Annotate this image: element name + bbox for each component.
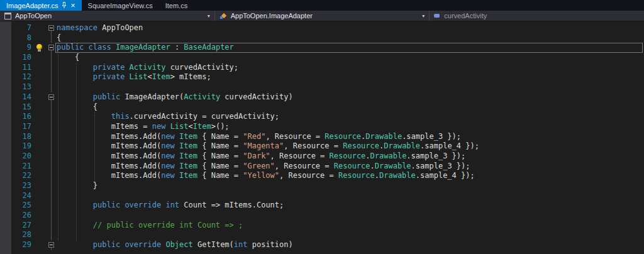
project-dropdown[interactable]: AppToOpen ▾ [0, 11, 215, 21]
code-text: mItems.Add(new Item { Name = "Green", Re… [57, 162, 644, 172]
code-line-14[interactable]: 14 public ImageAdapter(Activity curvedAc… [0, 92, 644, 102]
fold-line [51, 248, 52, 250]
code-line-22[interactable]: 22 mItems.Add(new Item { Name = "Yellow"… [0, 171, 644, 181]
code-line-13[interactable]: 13 [0, 82, 644, 92]
code-text: namespace AppToOpen [57, 23, 644, 33]
close-icon[interactable]: × [71, 2, 75, 9]
fold-line [51, 181, 52, 191]
glyph-cell [0, 43, 11, 53]
code-line-11[interactable]: 11 private Activity curvedActivity; [0, 63, 644, 73]
code-line-23[interactable]: 23 } [0, 181, 644, 191]
line-number: 20 [11, 152, 34, 162]
margin-gap [34, 72, 47, 82]
margin-gap [34, 230, 47, 240]
fold-margin [47, 221, 57, 231]
margin-gap [34, 240, 47, 250]
fold-margin [47, 152, 57, 162]
margin-gap [34, 23, 47, 33]
code-line-12[interactable]: 12 private List<Item> mItems; [0, 72, 644, 82]
lightbulb-icon[interactable] [36, 44, 42, 50]
fold-collapse-icon[interactable] [48, 45, 54, 50]
tab-squareimageview-cs[interactable]: SquareImageView.cs [82, 0, 159, 11]
margin-gap [34, 102, 47, 113]
code-text: { [57, 33, 644, 43]
glyph-cell [0, 23, 11, 33]
tab-label: SquareImageView.cs [88, 2, 153, 9]
glyph-cell [0, 230, 11, 240]
fold-margin [47, 132, 57, 142]
glyph-cell [0, 63, 11, 73]
fold-line [51, 132, 52, 142]
code-line-15[interactable]: 15 { [0, 102, 644, 113]
code-text: mItems = new List<Item>(); [57, 122, 644, 132]
fold-margin [47, 92, 57, 102]
code-line-10[interactable]: 10 { [0, 53, 644, 63]
member-dropdown[interactable]: curvedActivity [430, 11, 644, 21]
glyph-cell [0, 72, 11, 82]
line-number: 12 [11, 72, 34, 82]
pin-icon[interactable] [62, 2, 67, 9]
tab-bar: ImageAdapter.cs×SquareImageView.csItem.c… [0, 0, 644, 11]
fold-line [51, 53, 52, 63]
code-editor[interactable]: 7namespace AppToOpen8{9public class Imag… [0, 21, 644, 254]
navigation-bar: AppToOpen ▾ AppToOpen.ImageAdapter ▾ cur… [0, 11, 644, 21]
code-line-29[interactable]: 29 public override Object GetItem(int po… [0, 240, 644, 250]
fold-margin [47, 171, 57, 181]
margin-gap [34, 171, 47, 181]
chevron-down-icon[interactable]: ▾ [208, 13, 210, 19]
fold-line [51, 122, 52, 132]
glyph-cell [0, 181, 11, 191]
margin-gap [34, 181, 47, 191]
code-text: mItems.Add(new Item { Name = "Dark", Res… [57, 152, 644, 162]
code-line-28[interactable]: 28 [0, 230, 644, 240]
margin-gap [34, 162, 47, 172]
glyph-cell [0, 221, 11, 231]
tab-item-cs[interactable]: Item.cs [159, 0, 194, 11]
code-line-16[interactable]: 16 this.curvedActivity = curvedActivity; [0, 112, 644, 122]
tab-imageadapter-cs[interactable]: ImageAdapter.cs× [0, 0, 82, 11]
type-dropdown[interactable]: AppToOpen.ImageAdapter ▾ [215, 11, 430, 21]
code-line-27[interactable]: 27 // public override int Count => ; [0, 221, 644, 231]
code-text: mItems.Add(new Item { Name = "Red", Reso… [57, 132, 644, 142]
code-line-9[interactable]: 9public class ImageAdapter : BaseAdapter [0, 43, 644, 53]
fold-line [51, 221, 52, 231]
glyph-cell [0, 53, 11, 63]
code-line-21[interactable]: 21 mItems.Add(new Item { Name = "Green",… [0, 162, 644, 172]
fold-margin [47, 63, 57, 73]
chevron-down-icon[interactable]: ▾ [422, 13, 425, 19]
margin-gap [34, 33, 47, 43]
margin-gap [34, 63, 47, 73]
fold-line [51, 211, 52, 221]
fold-line [51, 112, 52, 122]
code-text: public ImageAdapter(Activity curvedActiv… [57, 92, 644, 102]
fold-margin [47, 53, 57, 63]
code-line-7[interactable]: 7namespace AppToOpen [0, 23, 644, 33]
code-line-20[interactable]: 20 mItems.Add(new Item { Name = "Dark", … [0, 152, 644, 162]
glyph-cell [0, 240, 11, 250]
margin-gap [34, 141, 47, 152]
code-line-19[interactable]: 19 mItems.Add(new Item { Name = "Magenta… [0, 141, 644, 152]
code-line-24[interactable]: 24 [0, 191, 644, 201]
code-line-8[interactable]: 8{ [0, 33, 644, 43]
glyph-cell [0, 141, 11, 152]
line-number: 8 [11, 33, 34, 43]
code-line-25[interactable]: 25 public override int Count => mItems.C… [0, 201, 644, 211]
code-text: } [57, 181, 644, 191]
code-text: private Activity curvedActivity; [57, 63, 644, 73]
fold-line [51, 82, 52, 92]
glyph-cell [0, 122, 11, 132]
fold-line [51, 152, 52, 162]
fold-line [51, 63, 52, 73]
fold-collapse-icon[interactable] [48, 25, 54, 31]
fold-collapse-icon[interactable] [48, 242, 54, 248]
code-line-18[interactable]: 18 mItems.Add(new Item { Name = "Red", R… [0, 132, 644, 142]
fold-collapse-icon[interactable] [48, 94, 54, 100]
line-number: 22 [11, 171, 34, 181]
tab-label: ImageAdapter.cs [6, 2, 58, 9]
code-text: { [57, 102, 644, 113]
project-icon [4, 13, 11, 19]
code-line-26[interactable]: 26 [0, 211, 644, 221]
fold-line [51, 102, 52, 113]
line-number: 26 [11, 211, 34, 221]
code-line-17[interactable]: 17 mItems = new List<Item>(); [0, 122, 644, 132]
